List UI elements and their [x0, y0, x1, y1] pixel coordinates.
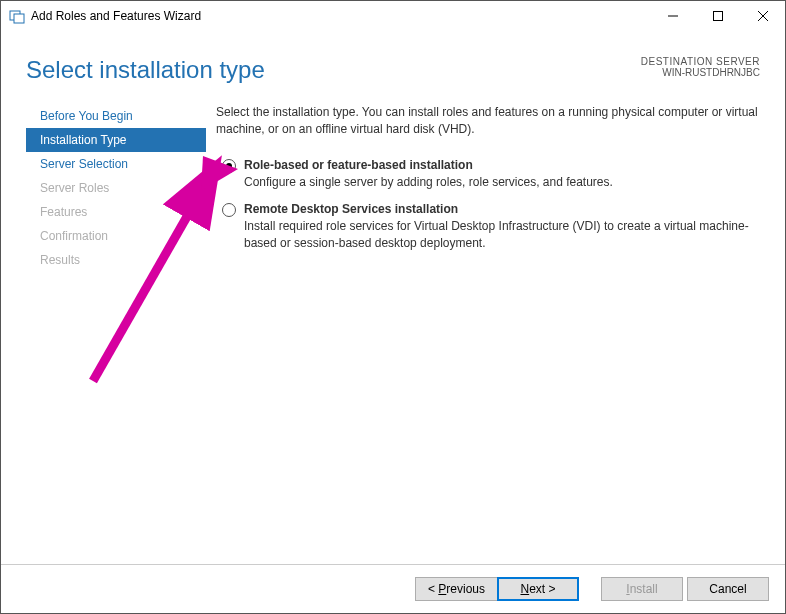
option-remote-desktop-desc: Install required role services for Virtu…	[244, 216, 760, 252]
cancel-button[interactable]: Cancel	[687, 577, 769, 601]
option-remote-desktop-title: Remote Desktop Services installation	[244, 202, 760, 216]
titlebar: Add Roles and Features Wizard	[1, 1, 785, 31]
sidebar-item-server-roles: Server Roles	[26, 176, 206, 200]
destination-server: DESTINATION SERVER WIN-RUSTDHRNJBC	[641, 56, 760, 78]
sidebar-item-confirmation: Confirmation	[26, 224, 206, 248]
sidebar-item-before-you-begin[interactable]: Before You Begin	[26, 104, 206, 128]
svg-rect-1	[14, 14, 24, 23]
maximize-button[interactable]	[695, 1, 740, 31]
option-remote-desktop[interactable]: Remote Desktop Services installation Ins…	[216, 196, 760, 258]
sidebar-item-features: Features	[26, 200, 206, 224]
sidebar-item-results: Results	[26, 248, 206, 272]
header: Select installation type DESTINATION SER…	[1, 31, 785, 104]
window-title: Add Roles and Features Wizard	[31, 9, 650, 23]
sidebar: Before You Begin Installation Type Serve…	[26, 104, 206, 272]
destination-server-value: WIN-RUSTDHRNJBC	[641, 67, 760, 78]
install-button: Install	[601, 577, 683, 601]
radio-role-based[interactable]	[222, 159, 236, 173]
option-role-based-desc: Configure a single server by adding role…	[244, 172, 760, 191]
destination-server-label: DESTINATION SERVER	[641, 56, 760, 67]
intro-text: Select the installation type. You can in…	[216, 104, 760, 152]
footer: < PPreviousrevious Next > Install Cancel	[1, 564, 785, 613]
option-role-based[interactable]: Role-based or feature-based installation…	[216, 152, 760, 197]
page-title: Select installation type	[26, 56, 641, 84]
next-button[interactable]: Next >	[497, 577, 579, 601]
close-button[interactable]	[740, 1, 785, 31]
previous-button[interactable]: < PPreviousrevious	[415, 577, 497, 601]
minimize-button[interactable]	[650, 1, 695, 31]
sidebar-item-server-selection[interactable]: Server Selection	[26, 152, 206, 176]
main-panel: Select the installation type. You can in…	[216, 104, 760, 272]
radio-remote-desktop[interactable]	[222, 203, 236, 217]
sidebar-item-installation-type[interactable]: Installation Type	[26, 128, 206, 152]
app-icon	[9, 8, 25, 24]
option-role-based-title: Role-based or feature-based installation	[244, 158, 760, 172]
svg-rect-3	[713, 12, 722, 21]
